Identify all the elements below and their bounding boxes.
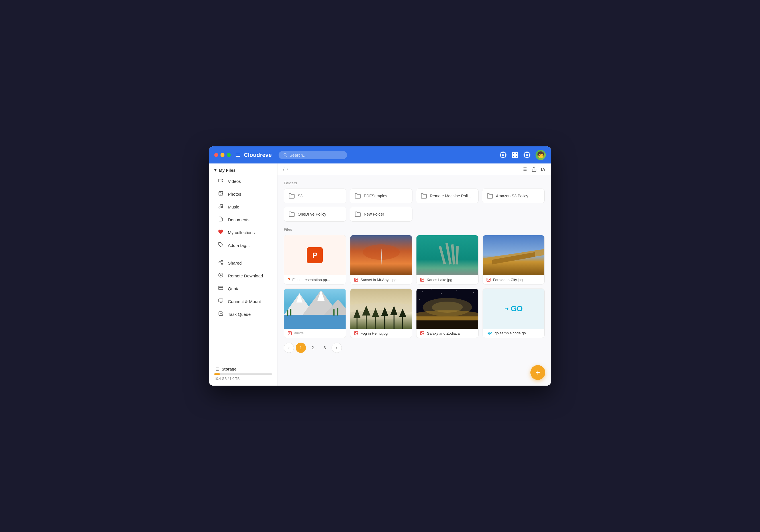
svg-rect-78 xyxy=(384,315,385,329)
breadcrumb-root[interactable]: / xyxy=(283,167,284,172)
quota-label: Quota xyxy=(228,286,240,291)
avatar[interactable]: 🧒 xyxy=(536,150,546,160)
main-layout: ▾ My Files Videos xyxy=(209,163,551,386)
sidebar-item-collections[interactable]: My collections xyxy=(212,226,275,239)
svg-point-101 xyxy=(421,332,422,333)
search-bar[interactable] xyxy=(279,151,347,159)
search-input[interactable] xyxy=(289,153,342,157)
storage-section: Storage 10.4 GB / 1.0 TB xyxy=(209,363,277,386)
folder-card-new[interactable]: New Folder xyxy=(350,207,412,222)
sidebar-item-task-queue[interactable]: Task Queue xyxy=(212,308,275,320)
page-3-button[interactable]: 3 xyxy=(320,343,330,353)
file-card-forbidden[interactable]: Forbidden City.jpg xyxy=(483,235,545,285)
file-info-mountain: image xyxy=(284,329,346,338)
page-next-button[interactable]: › xyxy=(332,343,342,353)
sidebar-item-shared[interactable]: Shared xyxy=(212,257,275,269)
toolbar-right: IA xyxy=(522,166,545,172)
svg-rect-4 xyxy=(516,153,518,155)
sidebar-item-quota[interactable]: Quota xyxy=(212,283,275,295)
folder-card-s3[interactable]: S3 xyxy=(284,189,346,203)
image-type-icon xyxy=(287,331,292,335)
videos-icon xyxy=(217,178,224,185)
file-card-sunset[interactable]: Sunset in Mt.Aoyu.jpg xyxy=(350,235,412,285)
svg-point-93 xyxy=(419,299,420,300)
close-button[interactable] xyxy=(214,153,218,157)
svg-rect-6 xyxy=(516,155,518,157)
ppt-icon: P xyxy=(307,247,323,263)
file-card-fog[interactable]: Fog in Hemu.jpg xyxy=(350,288,412,338)
sidebar-item-documents[interactable]: Documents xyxy=(212,214,275,226)
svg-point-55 xyxy=(487,279,488,279)
collections-icon xyxy=(217,229,224,236)
svg-point-88 xyxy=(432,289,432,290)
svg-point-14 xyxy=(221,260,223,262)
folder-name-pdf: PDFSamples xyxy=(364,194,387,198)
sidebar-item-videos[interactable]: Videos xyxy=(212,175,275,187)
svg-point-40 xyxy=(363,244,400,260)
folder-name-s3: S3 xyxy=(298,194,303,198)
file-name-mountain: image xyxy=(294,331,304,335)
file-info-kanas: Kanas Lake.jpg xyxy=(416,275,478,284)
sidebar-item-music[interactable]: Music xyxy=(212,201,275,213)
music-icon xyxy=(217,203,224,210)
maximize-button[interactable] xyxy=(227,153,231,157)
file-card-ppt[interactable]: P P Final presentation.pp... xyxy=(284,235,346,285)
svg-point-50 xyxy=(421,279,422,279)
grid-icon[interactable] xyxy=(512,152,518,158)
sidebar-item-connect-mount[interactable]: Connect & Mount xyxy=(212,295,275,308)
share-icon[interactable] xyxy=(531,166,537,172)
file-card-galaxy[interactable]: Galaxy and Zodiacal ... xyxy=(416,288,479,338)
file-thumbnail-mountain xyxy=(284,289,346,329)
shared-label: Shared xyxy=(228,261,242,265)
svg-rect-62 xyxy=(284,315,346,329)
my-files-header[interactable]: ▾ My Files xyxy=(209,163,277,175)
file-grid: P P Final presentation.pp... xyxy=(284,235,545,338)
fab-add-button[interactable]: + xyxy=(530,365,545,380)
file-card-kanas[interactable]: Kanas Lake.jpg xyxy=(416,235,479,285)
image-type-icon xyxy=(486,277,491,282)
svg-point-0 xyxy=(284,154,286,156)
sidebar-item-photos[interactable]: Photos xyxy=(212,188,275,200)
breadcrumb-forward[interactable]: › xyxy=(287,167,288,172)
folder-icon xyxy=(355,211,361,217)
sidebar: ▾ My Files Videos xyxy=(209,163,277,386)
sidebar-divider xyxy=(214,254,273,254)
svg-rect-8 xyxy=(219,179,222,182)
videos-label: Videos xyxy=(228,179,241,184)
file-thumbnail-sunset xyxy=(351,235,412,275)
sidebar-item-remote-download[interactable]: Remote Download xyxy=(212,270,275,282)
gear-icon[interactable] xyxy=(524,152,530,158)
folder-card-remote-machine[interactable]: Remote Machine Poli... xyxy=(416,189,479,203)
page-2-button[interactable]: 2 xyxy=(308,343,318,353)
file-card-mountain[interactable]: image xyxy=(284,288,346,338)
tag-icon xyxy=(217,242,224,248)
file-card-go[interactable]: ➜ GO ~go go sample code.go xyxy=(483,288,545,338)
page-1-button[interactable]: 1 xyxy=(296,343,306,353)
pagination: ‹ 1 2 3 › xyxy=(284,338,545,355)
sort-icon[interactable]: IA xyxy=(541,167,545,172)
minimize-button[interactable] xyxy=(220,153,224,157)
collections-label: My collections xyxy=(228,230,255,235)
list-view-icon[interactable] xyxy=(522,166,527,172)
svg-point-16 xyxy=(221,263,223,265)
folder-card-amazon[interactable]: Amazon S3 Policy xyxy=(482,189,545,203)
svg-rect-74 xyxy=(366,314,367,329)
page-prev-button[interactable]: ‹ xyxy=(284,343,294,353)
image-type-icon xyxy=(420,331,424,335)
ppt-type-icon: P xyxy=(287,277,290,282)
folder-card-pdf[interactable]: PDFSamples xyxy=(350,189,412,203)
image-type-icon xyxy=(420,277,424,282)
svg-rect-65 xyxy=(333,309,334,316)
file-info-ppt: P Final presentation.pp... xyxy=(284,275,346,284)
svg-point-92 xyxy=(473,292,474,293)
settings-cog-icon[interactable] xyxy=(499,152,506,158)
menu-icon[interactable]: ☰ xyxy=(235,152,240,158)
svg-rect-66 xyxy=(337,308,338,316)
svg-rect-76 xyxy=(375,316,376,329)
content-scroll[interactable]: Folders S3 PDFSamples xyxy=(277,175,551,386)
shared-icon xyxy=(217,260,224,266)
file-name-galaxy: Galaxy and Zodiacal ... xyxy=(427,331,465,335)
sidebar-item-tag[interactable]: Add a tag... xyxy=(212,239,275,251)
folder-card-onedrive[interactable]: OneDrive Policy xyxy=(284,207,346,222)
content-toolbar: / › IA xyxy=(277,163,551,175)
